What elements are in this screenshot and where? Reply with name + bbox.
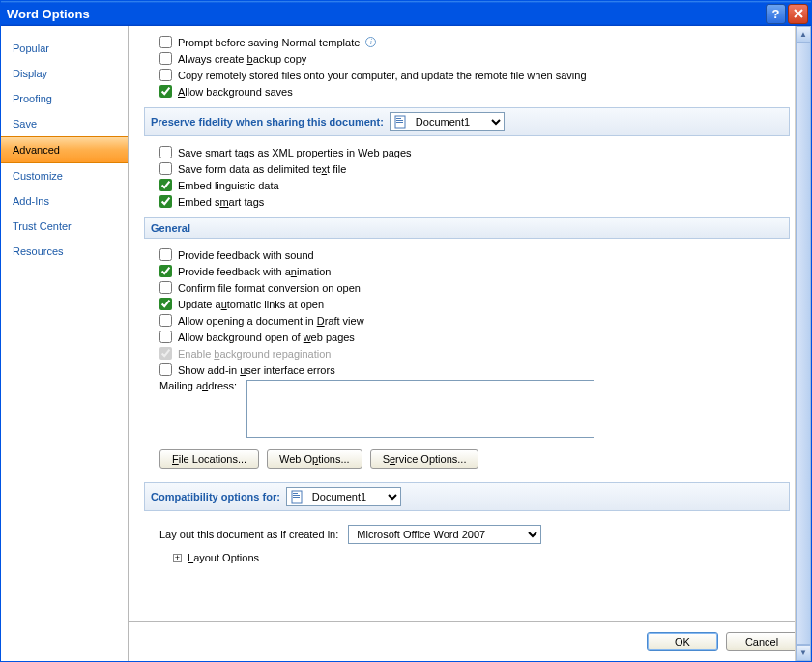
- checkbox-bg-web[interactable]: [160, 331, 172, 343]
- checkbox-addin-errors[interactable]: [160, 363, 172, 376]
- option-form-data: Save form data as delimited text file: [144, 160, 790, 177]
- checkbox-draft-view[interactable]: [160, 314, 172, 327]
- help-button[interactable]: ?: [766, 4, 786, 24]
- option-copy-remote: Copy remotely stored files onto your com…: [144, 67, 790, 83]
- web-options-button[interactable]: Web Options...: [267, 449, 362, 469]
- label-embed-smart: Embed smart tags: [178, 196, 264, 208]
- section-compatibility: Compatibility options for: Document1: [144, 482, 790, 511]
- dialog-body: Popular Display Proofing Save Advanced C…: [1, 26, 811, 661]
- sidebar-item-popular[interactable]: Popular: [1, 36, 128, 61]
- label-auto-links: Update automatic links at open: [178, 299, 324, 310]
- service-options-button[interactable]: Service Options...: [370, 449, 479, 469]
- layout-options-label: Layout Options: [188, 552, 259, 563]
- cancel-button[interactable]: Cancel: [726, 632, 798, 651]
- label-backup: Always create backup copy: [178, 53, 306, 65]
- checkbox-prompt-normal[interactable]: [160, 36, 172, 48]
- label-linguistic: Embed linguistic data: [178, 180, 279, 191]
- info-icon[interactable]: i: [365, 37, 376, 47]
- sidebar-item-addins[interactable]: Add-Ins: [1, 188, 128, 214]
- word-options-dialog: Word Options ? Popular Display Proofing …: [0, 0, 812, 662]
- checkbox-animation[interactable]: [160, 265, 172, 277]
- option-prompt-normal: Prompt before saving Normal template i: [144, 34, 790, 50]
- checkbox-repagination: [160, 347, 172, 360]
- label-confirm-convert: Confirm file format conversion on open: [178, 282, 361, 294]
- layout-as-label: Lay out this document as if created in:: [160, 529, 338, 540]
- layout-options-row[interactable]: + Layout Options: [144, 546, 790, 565]
- sidebar-item-resources[interactable]: Resources: [1, 239, 128, 264]
- label-form-data: Save form data as delimited text file: [178, 163, 346, 175]
- sidebar-item-customize[interactable]: Customize: [1, 163, 128, 188]
- checkbox-embed-smart[interactable]: [160, 195, 172, 208]
- checkbox-form-data[interactable]: [160, 162, 172, 175]
- titlebar: Word Options ?: [1, 1, 811, 26]
- option-addin-errors: Show add-in user interface errors: [144, 361, 790, 378]
- close-icon: [794, 9, 803, 18]
- sidebar-item-save[interactable]: Save: [1, 111, 128, 136]
- checkbox-linguistic[interactable]: [160, 179, 172, 191]
- layout-as-select[interactable]: Microsoft Office Word 2007: [348, 525, 541, 544]
- label-draft-view: Allow opening a document in Draft view: [178, 315, 364, 327]
- mailing-address-row: Mailing address:: [144, 378, 790, 440]
- checkbox-background-saves[interactable]: [160, 85, 172, 98]
- label-background-saves: Allow background saves: [178, 86, 293, 98]
- checkbox-sound[interactable]: [160, 248, 172, 261]
- scroll-up-arrow[interactable]: ▲: [796, 26, 811, 43]
- section-preserve-fidelity: Preserve fidelity when sharing this docu…: [144, 107, 790, 136]
- mailing-address-label: Mailing address:: [160, 380, 237, 438]
- label-sound: Provide feedback with sound: [178, 249, 314, 261]
- option-backup: Always create backup copy: [144, 50, 790, 67]
- file-locations-button[interactable]: File Locations...: [160, 449, 259, 469]
- label-addin-errors: Show add-in user interface errors: [178, 364, 335, 376]
- label-animation: Provide feedback with animation: [178, 266, 331, 277]
- option-sound: Provide feedback with sound: [144, 246, 790, 263]
- sidebar-item-advanced[interactable]: Advanced: [1, 136, 128, 163]
- general-button-row: File Locations... Web Options... Service…: [144, 440, 790, 475]
- window-title: Word Options: [7, 7, 764, 21]
- option-auto-links: Update automatic links at open: [144, 296, 790, 312]
- dialog-footer: OK Cancel: [129, 621, 811, 661]
- section-preserve-label: Preserve fidelity when sharing this docu…: [151, 116, 384, 128]
- option-repagination: Enable background repagination: [144, 345, 790, 361]
- layout-as-row: Lay out this document as if created in: …: [144, 519, 790, 546]
- section-general: General: [144, 217, 790, 239]
- option-embed-smart: Embed smart tags: [144, 193, 790, 210]
- label-bg-web: Allow background open of web pages: [178, 331, 355, 343]
- label-copy-remote: Copy remotely stored files onto your com…: [178, 70, 587, 81]
- label-prompt-normal: Prompt before saving Normal template: [178, 37, 360, 48]
- option-smart-tags-xml: Save smart tags as XML properties in Web…: [144, 144, 790, 160]
- checkbox-confirm-convert[interactable]: [160, 281, 172, 294]
- label-repagination: Enable background repagination: [178, 348, 331, 360]
- scroll-thumb[interactable]: [796, 43, 811, 645]
- expand-icon: +: [173, 554, 182, 562]
- option-background-saves: Allow background saves: [144, 83, 790, 100]
- content-pane: Prompt before saving Normal template i A…: [129, 26, 811, 661]
- option-animation: Provide feedback with animation: [144, 263, 790, 279]
- sidebar-item-display[interactable]: Display: [1, 61, 128, 86]
- scroll-area[interactable]: Prompt before saving Normal template i A…: [129, 26, 811, 621]
- section-general-label: General: [151, 222, 190, 234]
- checkbox-smart-tags-xml[interactable]: [160, 146, 172, 158]
- scroll-down-arrow[interactable]: ▼: [796, 645, 811, 661]
- option-confirm-convert: Confirm file format conversion on open: [144, 279, 790, 296]
- vertical-scrollbar[interactable]: ▲ ▼: [795, 26, 811, 661]
- close-button[interactable]: [788, 4, 808, 24]
- sidebar-item-proofing[interactable]: Proofing: [1, 86, 128, 111]
- ok-button[interactable]: OK: [647, 632, 718, 651]
- checkbox-auto-links[interactable]: [160, 298, 172, 310]
- section-compat-label: Compatibility options for:: [151, 491, 280, 503]
- checkbox-copy-remote[interactable]: [160, 69, 172, 81]
- category-sidebar: Popular Display Proofing Save Advanced C…: [1, 26, 129, 661]
- option-bg-web: Allow background open of web pages: [144, 329, 790, 345]
- label-smart-tags-xml: Save smart tags as XML properties in Web…: [178, 147, 412, 158]
- option-draft-view: Allow opening a document in Draft view: [144, 312, 790, 329]
- sidebar-item-trust-center[interactable]: Trust Center: [1, 214, 128, 239]
- checkbox-backup[interactable]: [160, 52, 172, 65]
- mailing-address-input[interactable]: [246, 380, 594, 438]
- compat-document-select[interactable]: Document1: [286, 487, 401, 506]
- option-linguistic: Embed linguistic data: [144, 177, 790, 193]
- preserve-document-select[interactable]: Document1: [390, 112, 505, 131]
